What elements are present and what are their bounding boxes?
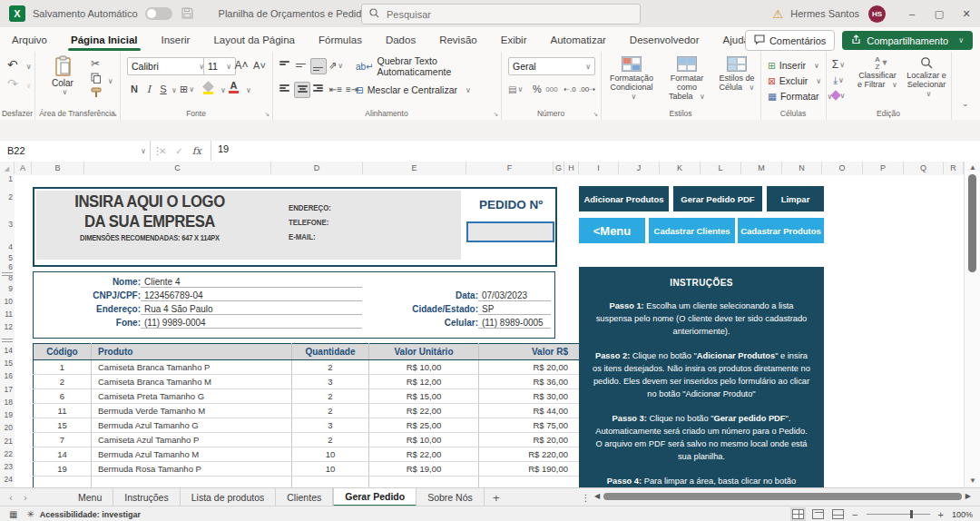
- view-page-layout-button[interactable]: [812, 509, 824, 519]
- name-box[interactable]: B22 ∨ ⋮: [0, 141, 151, 161]
- sheet-nav-right-icon[interactable]: ›: [18, 488, 33, 506]
- cell[interactable]: 11: [34, 404, 92, 418]
- column-header-J[interactable]: J: [619, 162, 660, 174]
- font-name-select[interactable]: Calibri∨: [127, 57, 209, 75]
- row-header-6[interactable]: 6: [0, 262, 15, 271]
- cell[interactable]: [92, 477, 292, 488]
- column-header-P[interactable]: P: [863, 162, 904, 174]
- autosum-button[interactable]: Σ∨: [831, 57, 846, 72]
- row-header-17[interactable]: 17: [0, 385, 15, 394]
- ribbon-tab-automatizar[interactable]: Automatizar: [539, 28, 618, 51]
- zoom-slider[interactable]: [867, 514, 930, 515]
- user-name[interactable]: Hermes Santos: [790, 8, 859, 19]
- share-button[interactable]: Compartilhamento ∨: [842, 31, 973, 50]
- fill-color-dropdown-icon[interactable]: ∨: [220, 86, 226, 94]
- underline-button[interactable]: S: [156, 82, 171, 96]
- format-painter-button[interactable]: [91, 87, 102, 100]
- sheet-tab-gerar-pedido[interactable]: Gerar Pedido: [333, 488, 416, 506]
- undo-button[interactable]: ↶ ∨: [7, 57, 31, 72]
- fill-button[interactable]: ⤓∨: [831, 73, 846, 87]
- wrap-text-button[interactable]: ab↵ Quebrar Texto Automaticamente: [356, 59, 501, 74]
- table-row[interactable]: 11Bermuda Verde Tamanho M2R$ 22,00R$ 44,…: [34, 404, 583, 418]
- cell[interactable]: R$ 20,00: [479, 360, 583, 375]
- cell[interactable]: Bermuda Rosa Tamanho P: [92, 462, 292, 477]
- macro-record-icon[interactable]: ▦: [9, 509, 17, 519]
- button-limpar[interactable]: Limpar: [767, 186, 824, 211]
- row-header-19[interactable]: 19: [0, 410, 15, 419]
- row-header-23[interactable]: 23: [0, 462, 15, 471]
- borders-button[interactable]: ⊞∨: [180, 82, 194, 96]
- button-menu[interactable]: <Menu: [579, 218, 645, 243]
- scroll-up-arrow[interactable]: ▲: [965, 163, 980, 172]
- cell[interactable]: Bermuda Verde Tamanho M: [92, 404, 292, 418]
- cut-button[interactable]: ✂: [91, 57, 100, 70]
- row-header-3[interactable]: 3: [0, 220, 15, 229]
- column-header-N[interactable]: N: [782, 162, 822, 174]
- accounting-format-button[interactable]: ▤∨: [508, 82, 523, 96]
- warning-icon[interactable]: ⚠: [773, 7, 784, 21]
- field-value[interactable]: Cliente 4: [141, 277, 362, 288]
- delete-cells-button[interactable]: ⊠Excluir∨: [768, 74, 821, 88]
- maximize-button[interactable]: ▢: [926, 0, 953, 27]
- table-row[interactable]: 15Bermuda Azul Tamanho G3R$ 25,00R$ 75,0…: [34, 418, 583, 433]
- cell[interactable]: [479, 477, 583, 488]
- button-cadastrar-clientes[interactable]: Cadastrar Clientes: [649, 218, 735, 243]
- column-header-H[interactable]: H: [564, 162, 579, 174]
- sheet-tabs-menu-icon[interactable]: ⋮: [581, 488, 591, 506]
- merge-center-button[interactable]: ⊟ Mesclar e Centralizar∨: [356, 83, 471, 97]
- cell[interactable]: R$ 22,00: [369, 447, 479, 462]
- column-header-L[interactable]: L: [701, 162, 741, 174]
- cell[interactable]: 2: [292, 433, 369, 447]
- row-header-22[interactable]: 22: [0, 449, 15, 458]
- field-value[interactable]: (11) 9989-0004: [141, 318, 362, 329]
- cell[interactable]: [34, 477, 92, 488]
- vertical-scrollbar[interactable]: ▲ ▼: [964, 162, 980, 487]
- conditional-formatting-button[interactable]: FormataçãoCondicional ∨: [604, 56, 659, 102]
- cell[interactable]: R$ 15,00: [369, 389, 479, 404]
- cell[interactable]: R$ 10,00: [369, 433, 479, 447]
- decrease-indent-button[interactable]: ⇤≡: [328, 82, 343, 96]
- row-header-11[interactable]: 11: [0, 310, 15, 319]
- zoom-level[interactable]: 100%: [952, 510, 973, 519]
- table-row-empty[interactable]: [34, 477, 583, 488]
- cell-styles-button[interactable]: Estilos deCélula ∨: [715, 56, 759, 93]
- minimize-button[interactable]: –: [898, 0, 926, 27]
- column-header-D[interactable]: D: [271, 162, 363, 174]
- row-header-9[interactable]: 9: [0, 284, 15, 293]
- format-cells-button[interactable]: ▦Formatar∨: [768, 89, 832, 103]
- align-right-button[interactable]: [310, 82, 325, 96]
- accessibility-status[interactable]: Acessibilidade: investigar: [40, 510, 141, 519]
- ribbon-tab-pagina-inicial[interactable]: Página Inicial: [59, 28, 150, 51]
- view-normal-button[interactable]: [792, 509, 804, 519]
- table-row[interactable]: 14Bermuda Azul Tamanho M10R$ 22,00R$ 220…: [34, 447, 583, 462]
- row-header-10[interactable]: 10: [0, 297, 15, 306]
- cell[interactable]: 14: [34, 447, 92, 462]
- row-header-2[interactable]: 2: [0, 192, 15, 202]
- number-format-select[interactable]: Geral∨: [508, 57, 595, 75]
- bold-button[interactable]: N: [127, 82, 142, 96]
- clipboard-dialog-launcher[interactable]: ↘: [112, 111, 117, 118]
- add-sheet-button[interactable]: +: [485, 488, 508, 506]
- horizontal-scrollbar[interactable]: ◀ ▶: [594, 489, 971, 503]
- cancel-icon[interactable]: ✕: [159, 146, 166, 156]
- ribbon-tab-revisao[interactable]: Revisão: [427, 28, 489, 51]
- comments-button[interactable]: Comentários: [745, 30, 835, 51]
- cell[interactable]: R$ 220,00: [479, 447, 583, 462]
- cell[interactable]: R$ 19,00: [369, 462, 479, 477]
- cell[interactable]: 2: [292, 389, 369, 404]
- font-size-select[interactable]: 11∨: [203, 57, 236, 75]
- column-header-G[interactable]: G: [554, 162, 564, 174]
- row-header-24[interactable]: 24: [0, 475, 15, 484]
- formula-input[interactable]: 19: [218, 143, 229, 154]
- cell[interactable]: R$ 36,00: [479, 375, 583, 389]
- decrease-decimal-button[interactable]: .00⇢: [579, 82, 595, 96]
- clear-button[interactable]: ∨: [831, 88, 846, 103]
- worksheet[interactable]: INSIRA AQUI O LOGO DA SUA EMPRESA DIMENS…: [15, 175, 964, 487]
- button-cadastrar-produtos[interactable]: Cadastrar Produtos: [738, 218, 824, 243]
- column-header-F[interactable]: F: [466, 162, 554, 174]
- cell[interactable]: Camiseta Branca Tamanho M: [92, 375, 292, 389]
- ribbon-tab-desenvolvedor[interactable]: Desenvolvedor: [618, 28, 711, 51]
- cell[interactable]: 1: [34, 360, 92, 375]
- sheet-tab-menu[interactable]: Menu: [67, 488, 113, 506]
- cell[interactable]: R$ 44,00: [479, 404, 583, 418]
